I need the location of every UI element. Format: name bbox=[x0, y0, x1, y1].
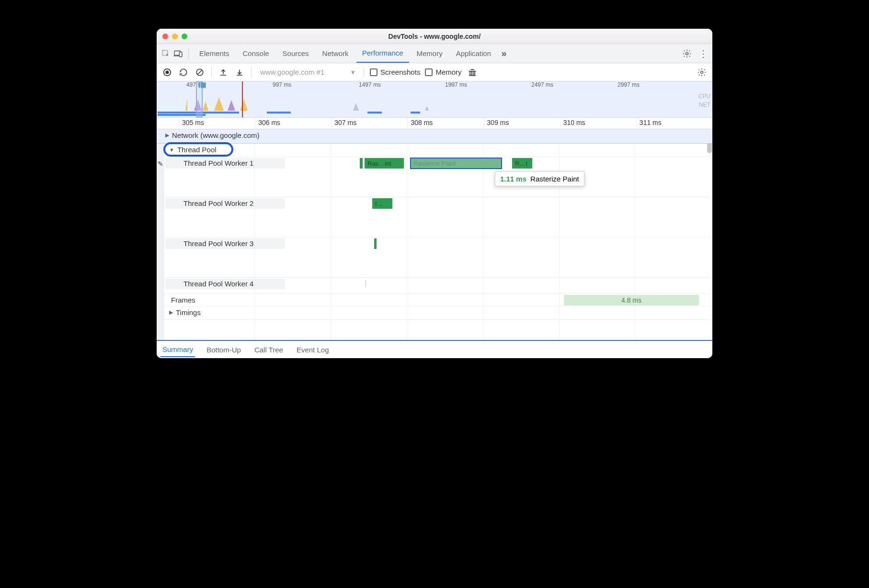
panel-tab-bar: Elements Console Sources Network Perform… bbox=[157, 44, 712, 63]
overview-selection[interactable] bbox=[196, 81, 203, 117]
tick-label: 2497 ms bbox=[531, 81, 553, 88]
chevron-down-icon: ▾ bbox=[351, 68, 355, 77]
separator bbox=[364, 68, 364, 77]
upload-icon[interactable] bbox=[217, 67, 229, 78]
event-tooltip: 1.11 ms Rasterize Paint bbox=[495, 171, 584, 186]
playhead-marker[interactable] bbox=[242, 81, 243, 117]
perf-toolbar: www.google.com #1 ▾ Screenshots Memory bbox=[157, 63, 712, 81]
profile-selected-label: www.google.com #1 bbox=[260, 68, 324, 76]
tick-label: 997 ms bbox=[273, 81, 291, 88]
tick-label: 1497 ms bbox=[359, 81, 381, 88]
zoom-window-icon[interactable] bbox=[182, 34, 187, 39]
profile-selector[interactable]: www.google.com #1 ▾ bbox=[257, 68, 358, 77]
btab-bottom-up[interactable]: Bottom-Up bbox=[205, 343, 243, 357]
timings-track[interactable]: ▶ Timings bbox=[157, 306, 712, 320]
svg-rect-2 bbox=[179, 52, 182, 57]
ruler-tick: 305 ms bbox=[182, 119, 204, 126]
flame-chart[interactable]: ▶ Network (www.google.com) ▼ Thread Pool… bbox=[157, 129, 712, 340]
worker-row-2[interactable]: Thread Pool Worker 2 I… bbox=[157, 197, 712, 237]
screenshots-label: Screenshots bbox=[380, 68, 420, 76]
frame-bar[interactable]: 4.8 ms bbox=[564, 295, 699, 305]
ruler-tick: 309 ms bbox=[487, 119, 509, 126]
garbage-collect-icon[interactable] bbox=[467, 67, 478, 78]
flame-event[interactable]: Ras…int bbox=[365, 158, 404, 169]
btab-event-log[interactable]: Event Log bbox=[295, 343, 331, 357]
capture-settings-gear-icon[interactable] bbox=[696, 67, 708, 78]
network-track[interactable]: ▶ Network (www.google.com) bbox=[157, 129, 712, 144]
net-lane bbox=[157, 112, 712, 116]
worker-row-3[interactable]: Thread Pool Worker 3 bbox=[157, 237, 712, 278]
tick-label: 1997 ms bbox=[445, 81, 467, 88]
inspect-element-icon[interactable] bbox=[160, 48, 171, 59]
download-icon[interactable] bbox=[234, 67, 245, 78]
worker-label: Thread Pool Worker 3 bbox=[183, 239, 253, 248]
checkbox-icon bbox=[425, 68, 433, 76]
devtools-window: DevTools - www.google.com/ Elements Cons… bbox=[157, 29, 712, 358]
screenshots-checkbox[interactable]: Screenshots bbox=[370, 68, 420, 76]
frames-track[interactable]: Frames 4.8 ms bbox=[157, 294, 712, 306]
separator bbox=[188, 48, 189, 59]
tab-console[interactable]: Console bbox=[237, 44, 275, 63]
tab-network[interactable]: Network bbox=[317, 44, 354, 63]
edit-track-icon[interactable]: ✎ bbox=[158, 160, 163, 168]
tab-sources[interactable]: Sources bbox=[277, 44, 315, 63]
clear-icon[interactable] bbox=[194, 67, 206, 78]
timings-label: Timings bbox=[176, 308, 201, 317]
settings-gear-icon[interactable] bbox=[682, 48, 692, 59]
tick-label: 2997 ms bbox=[617, 81, 640, 88]
tooltip-name: Rasterize Paint bbox=[530, 175, 579, 183]
thread-pool-label: Thread Pool bbox=[177, 146, 217, 154]
more-tabs-icon[interactable]: » bbox=[499, 48, 509, 59]
thread-pool-header[interactable]: ▼ Thread Pool bbox=[157, 144, 712, 157]
btab-call-tree[interactable]: Call Tree bbox=[252, 343, 285, 357]
flame-event-selected[interactable]: Rasterize Paint bbox=[411, 158, 502, 169]
chevron-down-icon[interactable]: ▼ bbox=[169, 147, 174, 153]
worker-label: Thread Pool Worker 1 bbox=[183, 159, 253, 167]
record-icon[interactable] bbox=[161, 67, 173, 78]
worker-row-4[interactable]: Thread Pool Worker 4 bbox=[157, 278, 712, 294]
flame-event[interactable]: I… bbox=[372, 198, 392, 209]
flame-event[interactable] bbox=[374, 238, 377, 249]
flame-sliver bbox=[366, 280, 366, 287]
tab-performance[interactable]: Performance bbox=[356, 44, 409, 63]
memory-label: Memory bbox=[435, 68, 461, 76]
kebab-menu-icon[interactable]: ⋮ bbox=[698, 48, 709, 59]
flame-event[interactable]: R…t bbox=[512, 158, 532, 169]
reload-record-icon[interactable] bbox=[178, 67, 189, 78]
svg-point-7 bbox=[701, 71, 703, 73]
separator bbox=[251, 68, 252, 77]
memory-checkbox[interactable]: Memory bbox=[425, 68, 461, 76]
network-track-label: Network (www.google.com) bbox=[172, 131, 260, 139]
frames-label: Frames bbox=[171, 296, 195, 304]
ruler-tick: 306 ms bbox=[258, 119, 280, 126]
tab-elements[interactable]: Elements bbox=[194, 44, 235, 63]
titlebar: DevTools - www.google.com/ bbox=[157, 29, 712, 44]
worker-row-1[interactable]: ✎ Thread Pool Worker 1 Ras…int Rasterize… bbox=[157, 157, 712, 197]
tab-memory[interactable]: Memory bbox=[411, 44, 448, 63]
tab-application[interactable]: Application bbox=[450, 44, 497, 63]
traffic-lights bbox=[162, 34, 187, 39]
btab-summary[interactable]: Summary bbox=[160, 342, 195, 357]
flame-event[interactable] bbox=[360, 158, 363, 169]
device-toolbar-icon[interactable] bbox=[173, 48, 183, 59]
chevron-right-icon[interactable]: ▶ bbox=[165, 132, 169, 138]
frame-duration: 4.8 ms bbox=[621, 296, 641, 304]
ruler-tick: 310 ms bbox=[563, 119, 585, 126]
ruler-tick: 311 ms bbox=[640, 119, 662, 126]
overview-ticks: 497 ms 997 ms 1497 ms 1997 ms 2497 ms 29… bbox=[157, 81, 712, 90]
minimize-window-icon[interactable] bbox=[172, 34, 178, 39]
tooltip-duration: 1.11 ms bbox=[500, 175, 526, 183]
chevron-right-icon[interactable]: ▶ bbox=[169, 309, 173, 316]
checkbox-icon bbox=[370, 68, 377, 76]
ruler-tick: 307 ms bbox=[334, 119, 356, 126]
detail-pane-tabs: Summary Bottom-Up Call Tree Event Log bbox=[157, 340, 712, 358]
close-window-icon[interactable] bbox=[162, 34, 168, 39]
detail-ruler: 305 ms 306 ms 307 ms 308 ms 309 ms 310 m… bbox=[157, 118, 712, 129]
worker-label: Thread Pool Worker 2 bbox=[183, 199, 253, 207]
overview-minimap[interactable]: 497 ms 997 ms 1497 ms 1997 ms 2497 ms 29… bbox=[157, 81, 712, 118]
worker-label: Thread Pool Worker 4 bbox=[183, 280, 253, 288]
ruler-tick: 308 ms bbox=[411, 119, 433, 126]
window-title: DevTools - www.google.com/ bbox=[389, 33, 481, 40]
svg-point-3 bbox=[686, 52, 688, 55]
separator bbox=[211, 68, 212, 77]
